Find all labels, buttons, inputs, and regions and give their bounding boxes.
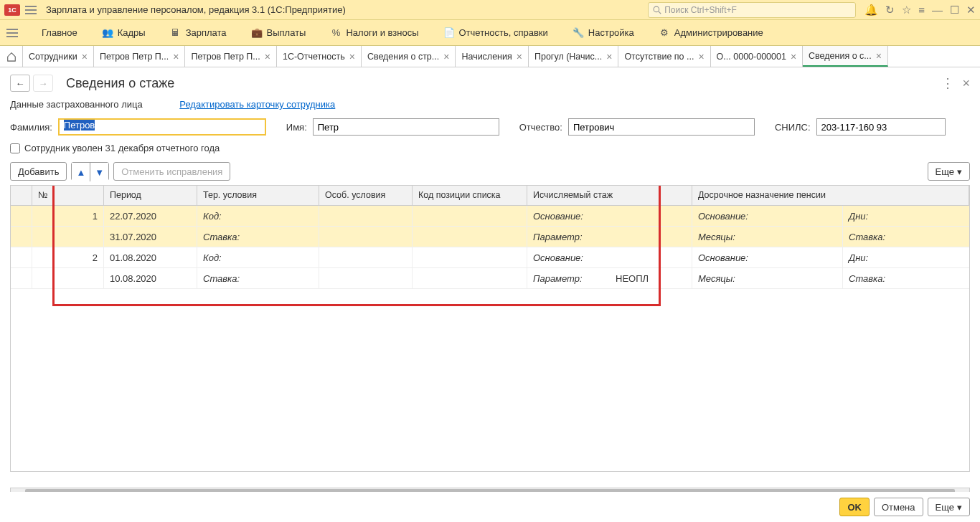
table-row[interactable]: 31.07.2020Ставка:Параметр:Месяцы:Ставка:	[11, 227, 969, 247]
tab-seniority-info[interactable]: Сведения о с...×	[803, 46, 888, 67]
cell-pension-months: Месяцы:	[692, 227, 843, 247]
name-form-row: Фамилия: Петров Имя: Отчество: СНИЛС:	[0, 115, 980, 138]
minimize-icon[interactable]: —	[932, 4, 943, 16]
col-period[interactable]: Период	[104, 186, 197, 205]
filter-icon[interactable]: ≡	[918, 4, 925, 16]
menu-admin[interactable]: ⚙Администрирование	[653, 24, 769, 42]
edit-employee-link[interactable]: Редактировать карточку сотрудника	[179, 99, 335, 110]
tab-petrov-2[interactable]: Петров Петр П...×	[185, 46, 277, 67]
table-row[interactable]: 201.08.2020Код:Основание:Основание:Дни:	[11, 247, 969, 268]
lastname-input[interactable]: Петров	[58, 118, 266, 136]
grid-toolbar: Добавить ▲ ▼ Отменить исправления Еще ▾	[0, 158, 980, 185]
col-number[interactable]: №	[32, 186, 104, 205]
kebab-menu-icon[interactable]: ⋮	[941, 76, 955, 90]
home-tab[interactable]	[0, 46, 23, 67]
col-calculated[interactable]: Исчисляемый стаж	[527, 186, 692, 205]
hamburger-icon[interactable]	[23, 2, 39, 18]
cell-special	[319, 206, 413, 226]
menu-taxes[interactable]: %Налоги и взносы	[324, 24, 424, 42]
bell-icon[interactable]: 🔔	[864, 4, 878, 16]
link-row: Данные застрахованного лица Редактироват…	[0, 96, 980, 115]
cell-poscode	[413, 206, 527, 226]
menu-settings-label: Настройка	[588, 27, 634, 38]
tab-insurance-info[interactable]: Сведения о стр...×	[362, 46, 456, 67]
tab-label: 1С-Отчетность	[283, 52, 345, 62]
svg-line-1	[659, 11, 661, 13]
menu-payments[interactable]: 💼Выплаты	[245, 24, 312, 42]
page-title: Сведения о стаже	[66, 76, 174, 91]
close-icon[interactable]: ×	[517, 51, 522, 62]
close-icon[interactable]: ×	[349, 51, 355, 62]
firstname-input[interactable]	[313, 118, 499, 136]
cell-calc-basis: Основание:	[527, 206, 610, 226]
tab-absence[interactable]: Прогул (Начис...×	[529, 46, 618, 67]
menu-main[interactable]: Главное	[36, 24, 83, 41]
tab-accruals[interactable]: Начисления×	[456, 46, 529, 67]
insured-person-label: Данные застрахованного лица	[10, 99, 143, 110]
col-position-code[interactable]: Код позиции списка	[413, 186, 527, 205]
tab-label: Сотрудники	[29, 52, 77, 62]
cancel-corrections-button[interactable]: Отменить исправления	[113, 162, 230, 181]
tab-absence-2[interactable]: Отсутствие по ...×	[618, 46, 710, 67]
gear-icon: ⚙	[659, 27, 670, 39]
star-icon[interactable]: ☆	[902, 4, 911, 16]
menu-reports[interactable]: 📄Отчетность, справки	[438, 24, 554, 42]
add-button[interactable]: Добавить	[10, 162, 67, 181]
menu-salary[interactable]: 🖩Зарплата	[164, 24, 232, 42]
tab-label: Отсутствие по ...	[624, 52, 694, 62]
menu-hamburger-icon[interactable]	[4, 25, 20, 41]
cancel-button[interactable]: Отмена	[874, 498, 923, 516]
app-logo: 1C	[4, 4, 20, 16]
tab-doc-number[interactable]: О... 0000-000001×	[711, 46, 803, 67]
cell-ter-rate: Ставка:	[197, 227, 319, 247]
tab-employees[interactable]: Сотрудники×	[23, 46, 94, 67]
close-icon[interactable]: ×	[265, 51, 270, 62]
history-icon[interactable]: ↻	[885, 4, 895, 16]
arrow-down-icon: ▼	[95, 167, 104, 178]
close-icon[interactable]: ×	[173, 51, 179, 62]
menu-personnel[interactable]: 👥Кадры	[96, 24, 151, 42]
patronymic-input[interactable]	[568, 118, 755, 136]
snils-input[interactable]	[816, 118, 946, 136]
move-down-button[interactable]: ▼	[90, 163, 108, 181]
global-search[interactable]: Поиск Ctrl+Shift+F	[648, 2, 856, 18]
footer: OK Отмена Еще ▾	[0, 492, 980, 522]
col-early-pension[interactable]: Досрочное назначение пенсии	[692, 186, 969, 205]
tab-petrov-1[interactable]: Петров Петр П...×	[94, 46, 186, 67]
cell-poscode	[413, 247, 527, 267]
grid-body: 122.07.2020Код:Основание:Основание:Дни:3…	[11, 206, 969, 289]
tab-1c-reporting[interactable]: 1С-Отчетность×	[277, 46, 362, 67]
menu-personnel-label: Кадры	[118, 27, 146, 38]
menu-settings[interactable]: 🔧Настройка	[567, 24, 640, 42]
close-window-icon[interactable]: ✕	[966, 4, 976, 16]
cell-poscode	[413, 227, 527, 247]
maximize-icon[interactable]: ☐	[950, 4, 959, 16]
close-icon[interactable]: ×	[876, 50, 882, 62]
close-icon[interactable]: ×	[606, 51, 612, 62]
cell-ter-rate: Ставка:	[197, 268, 319, 288]
app-title: Зарплата и управление персоналом, редакц…	[46, 4, 648, 15]
menu-reports-label: Отчетность, справки	[459, 27, 548, 38]
tab-label: Петров Петр П...	[100, 52, 169, 62]
close-icon[interactable]: ×	[698, 51, 704, 62]
col-special[interactable]: Особ. условия	[319, 186, 413, 205]
table-row[interactable]: 10.08.2020Ставка:Параметр:НЕОПЛМесяцы:Ст…	[11, 268, 969, 289]
fired-checkbox[interactable]	[10, 143, 20, 153]
close-icon[interactable]: ×	[82, 51, 88, 62]
main-menu: Главное 👥Кадры 🖩Зарплата 💼Выплаты %Налог…	[0, 20, 980, 46]
svg-point-0	[654, 6, 659, 12]
close-icon[interactable]: ×	[443, 51, 449, 62]
tab-label: Прогул (Начис...	[534, 52, 602, 62]
ok-button[interactable]: OK	[839, 498, 870, 516]
table-row[interactable]: 122.07.2020Код:Основание:Основание:Дни:	[11, 206, 969, 227]
close-icon[interactable]: ×	[791, 51, 796, 62]
more-button[interactable]: Еще ▾	[928, 162, 970, 181]
col-territory[interactable]: Тер. условия	[197, 186, 319, 205]
close-page-icon[interactable]: ×	[962, 76, 970, 91]
move-up-button[interactable]: ▲	[72, 163, 90, 181]
lastname-label: Фамилия:	[10, 122, 52, 133]
search-icon	[653, 6, 661, 14]
footer-more-button[interactable]: Еще ▾	[928, 498, 970, 516]
nav-forward-button[interactable]: →	[33, 75, 53, 92]
nav-back-button[interactable]: ←	[10, 75, 30, 92]
